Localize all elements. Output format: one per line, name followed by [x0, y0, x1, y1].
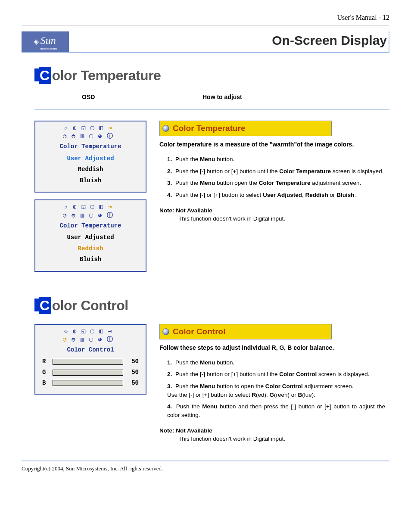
note-block: Note: Not Available This function doesn'… — [159, 207, 385, 223]
osd-panel-temperature-2: ☼◐◱▢◧⇥◔◓▥▢◕ⓘ Color Temperature User Adju… — [34, 199, 146, 272]
brand-sub: microsystems — [40, 47, 57, 50]
osd-icon-row: ☼◐◱▢◧⇥◔◓▥▢◕ⓘ — [38, 203, 143, 220]
steps-list: 1. Push the Menu button.2. Push the [-] … — [159, 358, 385, 419]
col-howto: How to adjust — [202, 93, 242, 102]
rgb-value: 50 — [127, 358, 139, 366]
sub-heading-color-temperature: Color Temperature — [159, 121, 332, 137]
column-headings: OSD How to adjust — [82, 93, 389, 102]
osd-option: Bluish — [38, 255, 143, 264]
osd-option: Reddish — [38, 165, 143, 174]
step-item: 2. Push the [-] button or [+] button unt… — [167, 167, 385, 176]
section-heading-color-control: Color Control — [34, 296, 389, 315]
rgb-row: G50 — [42, 368, 139, 377]
col-osd: OSD — [82, 93, 202, 102]
note-heading: Note: Not Available — [159, 427, 385, 435]
osd-title: Color Temperature — [38, 143, 143, 151]
osd-title: Color Temperature — [38, 222, 143, 230]
rgb-label: B — [42, 379, 49, 388]
rgb-slider — [53, 380, 123, 386]
osd-title: Color Control — [38, 346, 143, 355]
note-block: Note: Not Available This function doesn'… — [159, 427, 385, 443]
footer-copyright: Copyright(c) 2004, Sun Microsystems, Inc… — [22, 460, 389, 473]
brand-logo: ◈ Sun microsystems — [22, 31, 69, 52]
rgb-slider — [53, 359, 123, 365]
osd-option: Bluish — [38, 177, 143, 185]
rgb-row: B50 — [42, 379, 139, 388]
osd-option: User Adjusted — [38, 233, 143, 242]
osd-option: Reddish — [38, 245, 143, 253]
divider — [34, 109, 389, 110]
note-body: This function doesn't work in Digital in… — [159, 215, 385, 223]
page-header: ◈ Sun microsystems On-Screen Display — [22, 31, 389, 53]
osd-panel-temperature-1: ☼◐◱▢◧⇥◔◓▥▢◕ⓘ Color Temperature User Adju… — [34, 121, 146, 193]
logo-icon: ◈ — [34, 37, 39, 47]
sub-heading-color-control: Color Control — [159, 324, 332, 340]
page-label: User's Manual - 12 — [22, 13, 389, 25]
note-heading: Note: Not Available — [159, 207, 385, 215]
rgb-value: 50 — [127, 379, 139, 388]
step-item: 3. Push the Menu button open the Color T… — [167, 179, 385, 187]
bullet-icon — [162, 328, 169, 335]
osd-icon-row: ☼◐◱▢◧⇥◔◓▥▢◕ⓘ — [38, 124, 143, 141]
rgb-label: R — [42, 358, 49, 366]
rgb-slider — [53, 370, 123, 376]
step-item: 1. Push the Menu button. — [167, 155, 385, 164]
section-heading-color-temperature: Color Temperature — [34, 66, 389, 85]
rgb-label: G — [42, 368, 49, 377]
osd-panel-color-control: ☼◐◱▢◧⇥◔◓▥▢◕ⓘ Color Control R50G50B50 — [34, 324, 146, 395]
rgb-value: 50 — [127, 368, 139, 377]
step-item: 3. Push the Menu button to open the Colo… — [167, 382, 385, 399]
osd-icon-row: ☼◐◱▢◧⇥◔◓▥▢◕ⓘ — [38, 327, 143, 344]
bullet-icon — [162, 125, 169, 132]
rgb-row: R50 — [42, 358, 139, 366]
brand-name: Sun — [40, 35, 56, 46]
step-item: 4. Push the [-] or [+] button to select … — [167, 191, 385, 199]
steps-list: 1. Push the Menu button.2. Push the [-] … — [159, 155, 385, 199]
step-item: 1. Push the Menu button. — [167, 358, 385, 367]
page-title: On-Screen Display — [69, 31, 389, 52]
intro-text: Follow these steps to adjust individual … — [159, 344, 385, 352]
osd-option: User Adjusted — [38, 155, 143, 163]
note-body: This function doesn't work in Digital in… — [159, 435, 385, 443]
step-item: 2. Push the [-] button or [+] button unt… — [167, 370, 385, 379]
step-item: 4. Push the Menu button and then press t… — [167, 402, 385, 419]
intro-text: Color temperature is a measure of the "w… — [159, 140, 385, 149]
